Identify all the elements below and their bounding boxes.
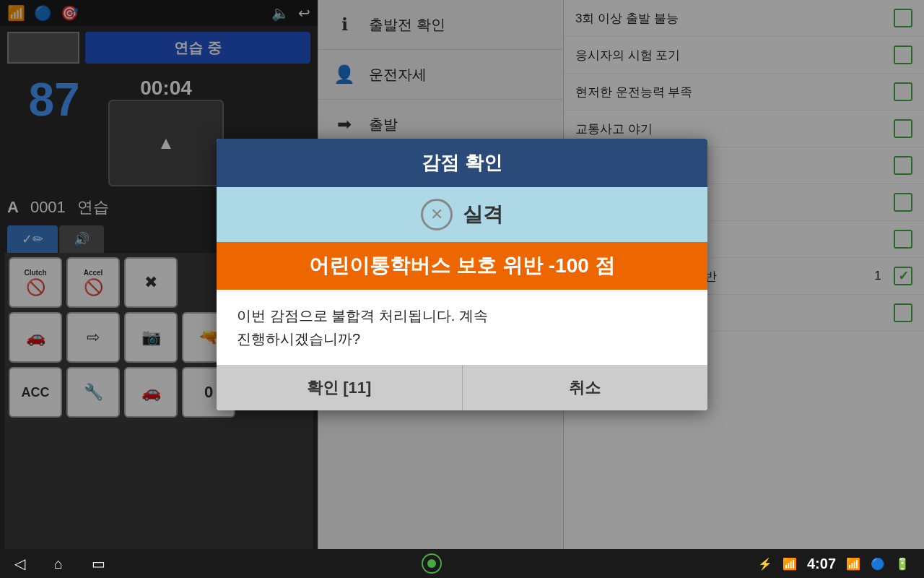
modal-title: 감점 확인 bbox=[422, 152, 502, 173]
bottom-right: ⚡ 📶 4:07 📶 🔵 🔋 bbox=[758, 556, 910, 572]
disqualify-text: 실격 bbox=[463, 201, 503, 228]
recents-button[interactable]: ▭ bbox=[92, 555, 105, 572]
nav-circle-inner bbox=[427, 559, 436, 568]
modal-dialog: 감점 확인 ✕ 실격 어린이통학버스 보호 위반 -100 점 이번 감점으로 … bbox=[217, 139, 707, 410]
clock: 4:07 bbox=[807, 556, 836, 572]
penalty-text: 어린이통학버스 보호 위반 -100 점 bbox=[309, 254, 614, 277]
nav-circle[interactable] bbox=[422, 553, 442, 574]
modal-overlay: 감점 확인 ✕ 실격 어린이통학버스 보호 위반 -100 점 이번 감점으로 … bbox=[0, 0, 924, 549]
modal-body-text: 이번 감점으로 불합격 처리됩니다. 계속진행하시겠습니까? bbox=[237, 308, 488, 347]
disqualify-circle-icon: ✕ bbox=[421, 199, 453, 230]
cancel-button[interactable]: 취소 bbox=[463, 366, 708, 410]
signal-icon: 📶 bbox=[783, 557, 797, 571]
modal-body: 이번 감점으로 불합격 처리됩니다. 계속진행하시겠습니까? bbox=[217, 290, 707, 365]
bottom-bar: ◁ ⌂ ▭ ⚡ 📶 4:07 📶 🔵 🔋 bbox=[0, 549, 924, 578]
modal-penalty-section: 어린이통학버스 보호 위반 -100 점 bbox=[217, 242, 707, 290]
modal-buttons: 확인 [11] 취소 bbox=[217, 365, 707, 410]
battery-bottom-icon: 🔋 bbox=[895, 557, 910, 571]
bluetooth-bottom-icon: 🔵 bbox=[871, 557, 885, 571]
back-button[interactable]: ◁ bbox=[14, 555, 25, 572]
battery-icon: ⚡ bbox=[758, 557, 772, 571]
modal-header: 감점 확인 bbox=[217, 139, 707, 187]
modal-disqualify-section: ✕ 실격 bbox=[217, 187, 707, 242]
confirm-button[interactable]: 확인 [11] bbox=[217, 366, 463, 410]
home-button[interactable]: ⌂ bbox=[54, 556, 63, 572]
wifi-bottom-icon: 📶 bbox=[846, 557, 860, 571]
